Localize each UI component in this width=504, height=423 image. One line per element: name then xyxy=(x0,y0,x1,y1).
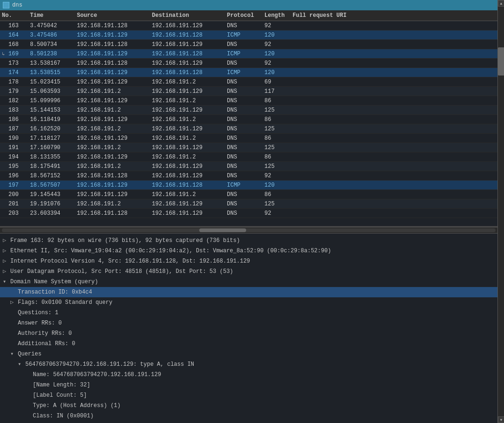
packet-protocol: DNS xyxy=(225,135,263,142)
detail-flags[interactable]: ▷ Flags: 0x0100 Standard query xyxy=(0,297,497,308)
queries-label: Queries xyxy=(18,350,41,358)
detail-additional-rrs[interactable]: Additional RRs: 0 xyxy=(0,339,497,349)
packet-row[interactable]: 182 15.099996 192.168.191.129 192.168.19… xyxy=(0,96,497,106)
packet-row[interactable]: 173 13.538167 192.168.191.128 192.168.19… xyxy=(0,59,497,68)
packet-time: 19.145443 xyxy=(28,191,75,198)
packet-row[interactable]: 190 17.118127 192.168.191.129 192.168.19… xyxy=(0,134,497,143)
packet-length: 69 xyxy=(263,78,291,86)
dns-label: Domain Name System (query) xyxy=(10,278,98,286)
detail-name-length[interactable]: [Name Length: 32] xyxy=(0,380,497,390)
packet-row[interactable]: 196 18.567152 192.168.191.128 192.168.19… xyxy=(0,171,497,181)
packet-source: 192.168.191.2 xyxy=(75,106,150,114)
packet-row[interactable]: 178 15.023415 192.168.191.129 192.168.19… xyxy=(0,77,497,87)
main-content: dns No. Time Source Destination Protocol… xyxy=(0,0,497,423)
packet-row[interactable]: 174 13.538515 192.168.191.129 192.168.19… xyxy=(0,68,497,77)
packet-time: 18.567507 xyxy=(28,181,75,189)
detail-name[interactable]: Name: 5647687063794270.192.168.191.129 xyxy=(0,370,497,380)
packet-time: 18.175491 xyxy=(28,163,75,170)
packet-row[interactable]: 201 19.191076 192.168.191.2 192.168.191.… xyxy=(0,199,497,209)
vscroll-down-button[interactable]: ▼ xyxy=(498,416,504,423)
packet-info xyxy=(291,204,497,204)
packet-no: 178 xyxy=(0,78,28,86)
detail-label-count[interactable]: [Label Count: 5] xyxy=(0,390,497,400)
packet-row[interactable]: 168 8.500734 192.168.191.128 192.168.191… xyxy=(0,40,497,49)
packet-length: 92 xyxy=(263,210,291,217)
vertical-scrollbar[interactable]: ▲ ▼ xyxy=(497,0,504,423)
detail-dns[interactable]: ▾ Domain Name System (query) xyxy=(0,277,497,287)
detail-queries[interactable]: ▾ Queries xyxy=(0,349,497,359)
detail-answer-rrs[interactable]: Answer RRs: 0 xyxy=(0,318,497,328)
packet-protocol: DNS xyxy=(225,210,263,217)
packet-time: 19.191076 xyxy=(28,200,75,208)
packet-row[interactable]: 200 19.145443 192.168.191.129 192.168.19… xyxy=(0,190,497,199)
detail-type[interactable]: Type: A (Host Address) (1) xyxy=(0,400,497,411)
packet-time: 15.099996 xyxy=(28,97,75,105)
packet-info xyxy=(291,138,497,139)
packet-row[interactable]: 183 15.144153 192.168.191.2 192.168.191.… xyxy=(0,106,497,115)
packet-destination: 192.168.191.2 xyxy=(150,135,225,142)
packet-row[interactable]: ↳169 8.501238 192.168.191.129 192.168.19… xyxy=(0,49,497,59)
packet-time: 16.162520 xyxy=(28,125,75,133)
packet-protocol: DNS xyxy=(225,116,263,123)
packet-no: 179 xyxy=(0,88,28,95)
packet-protocol: DNS xyxy=(225,163,263,170)
packet-row[interactable]: 186 16.118419 192.168.191.129 192.168.19… xyxy=(0,115,497,124)
packet-time: 3.475486 xyxy=(28,31,75,39)
col-header-length: Length xyxy=(263,11,291,20)
packet-protocol: ICMP xyxy=(225,50,263,58)
packet-row[interactable]: 194 18.131355 192.168.191.129 192.168.19… xyxy=(0,152,497,162)
hscroll-track[interactable] xyxy=(2,228,496,232)
packet-info xyxy=(291,44,497,45)
vscroll-thumb[interactable] xyxy=(498,47,504,76)
packet-destination: 192.168.191.129 xyxy=(150,88,225,95)
ip-label: Internet Protocol Version 4, Src: 192.16… xyxy=(10,257,250,265)
packet-protocol: DNS xyxy=(225,22,263,30)
expand-icon-ethernet: ▷ xyxy=(3,247,10,255)
packet-row[interactable]: 191 17.160790 192.168.191.2 192.168.191.… xyxy=(0,143,497,152)
detail-authority-rrs[interactable]: Authority RRs: 0 xyxy=(0,328,497,339)
packet-destination: 192.168.191.2 xyxy=(150,97,225,105)
questions-label: Questions: 1 xyxy=(18,309,58,317)
detail-class[interactable]: Class: IN (0x0001) xyxy=(0,411,497,421)
packet-row[interactable]: 187 16.162520 192.168.191.2 192.168.191.… xyxy=(0,124,497,134)
packet-no: 182 xyxy=(0,97,28,105)
packet-row[interactable]: 163 3.475042 192.168.191.128 192.168.191… xyxy=(0,21,497,30)
expand-icon-query-entry: ▾ xyxy=(18,360,25,369)
packet-source: 192.168.191.128 xyxy=(75,22,150,30)
detail-questions[interactable]: Questions: 1 xyxy=(0,308,497,318)
packet-no: 197 xyxy=(0,181,28,189)
col-header-no: No. xyxy=(0,11,28,20)
packet-row[interactable]: 197 18.567507 192.168.191.129 192.168.19… xyxy=(0,181,497,190)
detail-frame[interactable]: ▷ Frame 163: 92 bytes on wire (736 bits)… xyxy=(0,235,497,246)
packet-source: 192.168.191.129 xyxy=(75,181,150,189)
packet-source: 192.168.191.129 xyxy=(75,50,150,58)
horizontal-scrollbar[interactable] xyxy=(0,227,497,234)
class-label: Class: IN (0x0001) xyxy=(33,412,94,420)
vscroll-track[interactable] xyxy=(498,7,504,416)
packet-source: 192.168.191.2 xyxy=(75,163,150,170)
detail-query-entry[interactable]: ▾ 5647687063794270.192.168.191.129: type… xyxy=(0,359,497,370)
packet-destination: 192.168.191.129 xyxy=(150,22,225,30)
packet-source: 192.168.191.129 xyxy=(75,69,150,76)
hscroll-thumb[interactable] xyxy=(199,228,246,232)
packet-length: 125 xyxy=(263,200,291,208)
transaction-id-label: Transaction ID: 0xb4c4 xyxy=(18,288,92,296)
packet-length: 117 xyxy=(263,88,291,95)
packet-row[interactable]: 164 3.475486 192.168.191.129 192.168.191… xyxy=(0,30,497,40)
detail-transaction-id[interactable]: Transaction ID: 0xb4c4 xyxy=(0,287,497,297)
packet-row[interactable]: 203 23.603394 192.168.191.128 192.168.19… xyxy=(0,209,497,218)
packet-protocol: DNS xyxy=(225,191,263,198)
packet-destination: 192.168.191.129 xyxy=(150,163,225,170)
packet-time: 3.475042 xyxy=(28,22,75,30)
packet-row[interactable]: 195 18.175491 192.168.191.2 192.168.191.… xyxy=(0,162,497,171)
packet-destination: 192.168.191.129 xyxy=(150,172,225,180)
detail-udp[interactable]: ▷ User Datagram Protocol, Src Port: 4851… xyxy=(0,266,497,277)
detail-ip[interactable]: ▷ Internet Protocol Version 4, Src: 192.… xyxy=(0,256,497,266)
packet-protocol: DNS xyxy=(225,97,263,105)
packet-no: 190 xyxy=(0,135,28,142)
packet-row[interactable]: 179 15.063593 192.168.191.2 192.168.191.… xyxy=(0,87,497,96)
detail-ethernet[interactable]: ▷ Ethernet II, Src: Vmware_19:04:a2 (00:… xyxy=(0,246,497,256)
additional-rrs-label: Additional RRs: 0 xyxy=(18,340,75,348)
vscroll-up-button[interactable]: ▲ xyxy=(498,0,504,7)
packet-destination: 192.168.191.129 xyxy=(150,144,225,151)
